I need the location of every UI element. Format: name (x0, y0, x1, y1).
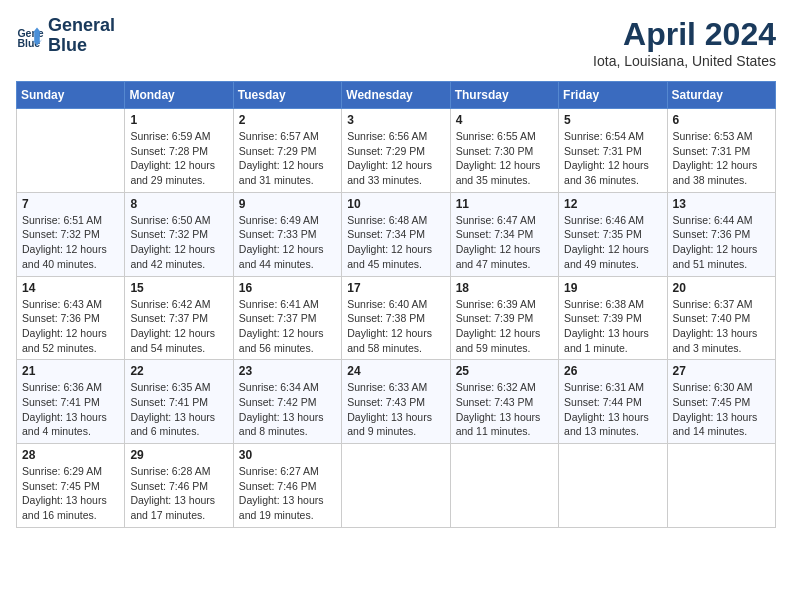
calendar-cell (667, 444, 775, 528)
day-number: 26 (564, 364, 661, 378)
logo-icon: General Blue (16, 22, 44, 50)
day-number: 30 (239, 448, 336, 462)
day-info: Sunrise: 6:59 AM Sunset: 7:28 PM Dayligh… (130, 129, 227, 188)
day-info: Sunrise: 6:36 AM Sunset: 7:41 PM Dayligh… (22, 380, 119, 439)
calendar-cell: 14Sunrise: 6:43 AM Sunset: 7:36 PM Dayli… (17, 276, 125, 360)
logo-text-blue: Blue (48, 36, 115, 56)
day-number: 17 (347, 281, 444, 295)
day-number: 2 (239, 113, 336, 127)
day-number: 10 (347, 197, 444, 211)
day-number: 15 (130, 281, 227, 295)
calendar-cell: 10Sunrise: 6:48 AM Sunset: 7:34 PM Dayli… (342, 192, 450, 276)
calendar-cell: 2Sunrise: 6:57 AM Sunset: 7:29 PM Daylig… (233, 109, 341, 193)
day-number: 9 (239, 197, 336, 211)
day-info: Sunrise: 6:43 AM Sunset: 7:36 PM Dayligh… (22, 297, 119, 356)
day-number: 23 (239, 364, 336, 378)
day-info: Sunrise: 6:39 AM Sunset: 7:39 PM Dayligh… (456, 297, 553, 356)
calendar-cell: 29Sunrise: 6:28 AM Sunset: 7:46 PM Dayli… (125, 444, 233, 528)
day-number: 8 (130, 197, 227, 211)
calendar-cell: 4Sunrise: 6:55 AM Sunset: 7:30 PM Daylig… (450, 109, 558, 193)
day-number: 27 (673, 364, 770, 378)
calendar-table: SundayMondayTuesdayWednesdayThursdayFrid… (16, 81, 776, 528)
calendar-cell: 23Sunrise: 6:34 AM Sunset: 7:42 PM Dayli… (233, 360, 341, 444)
day-of-week-header: Thursday (450, 82, 558, 109)
calendar-cell: 16Sunrise: 6:41 AM Sunset: 7:37 PM Dayli… (233, 276, 341, 360)
day-number: 25 (456, 364, 553, 378)
calendar-week-row: 14Sunrise: 6:43 AM Sunset: 7:36 PM Dayli… (17, 276, 776, 360)
day-number: 12 (564, 197, 661, 211)
day-info: Sunrise: 6:49 AM Sunset: 7:33 PM Dayligh… (239, 213, 336, 272)
day-info: Sunrise: 6:40 AM Sunset: 7:38 PM Dayligh… (347, 297, 444, 356)
day-info: Sunrise: 6:27 AM Sunset: 7:46 PM Dayligh… (239, 464, 336, 523)
calendar-cell: 8Sunrise: 6:50 AM Sunset: 7:32 PM Daylig… (125, 192, 233, 276)
day-of-week-header: Sunday (17, 82, 125, 109)
day-number: 1 (130, 113, 227, 127)
day-of-week-header: Wednesday (342, 82, 450, 109)
day-info: Sunrise: 6:31 AM Sunset: 7:44 PM Dayligh… (564, 380, 661, 439)
day-info: Sunrise: 6:32 AM Sunset: 7:43 PM Dayligh… (456, 380, 553, 439)
day-number: 14 (22, 281, 119, 295)
calendar-cell: 17Sunrise: 6:40 AM Sunset: 7:38 PM Dayli… (342, 276, 450, 360)
day-info: Sunrise: 6:56 AM Sunset: 7:29 PM Dayligh… (347, 129, 444, 188)
calendar-week-row: 21Sunrise: 6:36 AM Sunset: 7:41 PM Dayli… (17, 360, 776, 444)
day-number: 11 (456, 197, 553, 211)
logo-text-general: General (48, 16, 115, 36)
day-number: 18 (456, 281, 553, 295)
page-header: General Blue General Blue April 2024 Iot… (16, 16, 776, 69)
calendar-cell: 27Sunrise: 6:30 AM Sunset: 7:45 PM Dayli… (667, 360, 775, 444)
day-number: 4 (456, 113, 553, 127)
calendar-cell: 5Sunrise: 6:54 AM Sunset: 7:31 PM Daylig… (559, 109, 667, 193)
day-number: 22 (130, 364, 227, 378)
calendar-cell: 6Sunrise: 6:53 AM Sunset: 7:31 PM Daylig… (667, 109, 775, 193)
day-of-week-header: Monday (125, 82, 233, 109)
day-info: Sunrise: 6:54 AM Sunset: 7:31 PM Dayligh… (564, 129, 661, 188)
day-number: 13 (673, 197, 770, 211)
calendar-cell: 22Sunrise: 6:35 AM Sunset: 7:41 PM Dayli… (125, 360, 233, 444)
calendar-cell: 12Sunrise: 6:46 AM Sunset: 7:35 PM Dayli… (559, 192, 667, 276)
day-info: Sunrise: 6:37 AM Sunset: 7:40 PM Dayligh… (673, 297, 770, 356)
day-number: 19 (564, 281, 661, 295)
day-info: Sunrise: 6:46 AM Sunset: 7:35 PM Dayligh… (564, 213, 661, 272)
calendar-cell: 9Sunrise: 6:49 AM Sunset: 7:33 PM Daylig… (233, 192, 341, 276)
calendar-cell (17, 109, 125, 193)
calendar-cell: 11Sunrise: 6:47 AM Sunset: 7:34 PM Dayli… (450, 192, 558, 276)
day-info: Sunrise: 6:35 AM Sunset: 7:41 PM Dayligh… (130, 380, 227, 439)
day-info: Sunrise: 6:55 AM Sunset: 7:30 PM Dayligh… (456, 129, 553, 188)
day-info: Sunrise: 6:51 AM Sunset: 7:32 PM Dayligh… (22, 213, 119, 272)
calendar-cell: 13Sunrise: 6:44 AM Sunset: 7:36 PM Dayli… (667, 192, 775, 276)
day-number: 5 (564, 113, 661, 127)
calendar-cell: 20Sunrise: 6:37 AM Sunset: 7:40 PM Dayli… (667, 276, 775, 360)
day-number: 21 (22, 364, 119, 378)
day-of-week-header: Saturday (667, 82, 775, 109)
calendar-week-row: 7Sunrise: 6:51 AM Sunset: 7:32 PM Daylig… (17, 192, 776, 276)
day-number: 28 (22, 448, 119, 462)
calendar-cell: 28Sunrise: 6:29 AM Sunset: 7:45 PM Dayli… (17, 444, 125, 528)
day-number: 20 (673, 281, 770, 295)
day-info: Sunrise: 6:42 AM Sunset: 7:37 PM Dayligh… (130, 297, 227, 356)
day-info: Sunrise: 6:53 AM Sunset: 7:31 PM Dayligh… (673, 129, 770, 188)
day-info: Sunrise: 6:34 AM Sunset: 7:42 PM Dayligh… (239, 380, 336, 439)
calendar-cell (450, 444, 558, 528)
calendar-cell: 26Sunrise: 6:31 AM Sunset: 7:44 PM Dayli… (559, 360, 667, 444)
logo: General Blue General Blue (16, 16, 115, 56)
day-info: Sunrise: 6:28 AM Sunset: 7:46 PM Dayligh… (130, 464, 227, 523)
calendar-cell: 21Sunrise: 6:36 AM Sunset: 7:41 PM Dayli… (17, 360, 125, 444)
day-of-week-header: Tuesday (233, 82, 341, 109)
calendar-cell: 7Sunrise: 6:51 AM Sunset: 7:32 PM Daylig… (17, 192, 125, 276)
location: Iota, Louisiana, United States (593, 53, 776, 69)
day-number: 7 (22, 197, 119, 211)
calendar-cell: 18Sunrise: 6:39 AM Sunset: 7:39 PM Dayli… (450, 276, 558, 360)
title-block: April 2024 Iota, Louisiana, United State… (593, 16, 776, 69)
day-info: Sunrise: 6:50 AM Sunset: 7:32 PM Dayligh… (130, 213, 227, 272)
day-info: Sunrise: 6:33 AM Sunset: 7:43 PM Dayligh… (347, 380, 444, 439)
day-info: Sunrise: 6:44 AM Sunset: 7:36 PM Dayligh… (673, 213, 770, 272)
day-info: Sunrise: 6:47 AM Sunset: 7:34 PM Dayligh… (456, 213, 553, 272)
calendar-week-row: 1Sunrise: 6:59 AM Sunset: 7:28 PM Daylig… (17, 109, 776, 193)
day-info: Sunrise: 6:29 AM Sunset: 7:45 PM Dayligh… (22, 464, 119, 523)
day-of-week-header: Friday (559, 82, 667, 109)
calendar-cell: 1Sunrise: 6:59 AM Sunset: 7:28 PM Daylig… (125, 109, 233, 193)
calendar-cell: 25Sunrise: 6:32 AM Sunset: 7:43 PM Dayli… (450, 360, 558, 444)
calendar-cell: 24Sunrise: 6:33 AM Sunset: 7:43 PM Dayli… (342, 360, 450, 444)
day-info: Sunrise: 6:48 AM Sunset: 7:34 PM Dayligh… (347, 213, 444, 272)
day-number: 29 (130, 448, 227, 462)
